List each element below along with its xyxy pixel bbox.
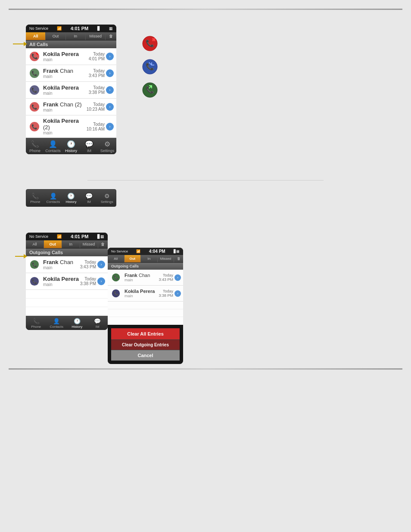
clear-all-btn[interactable]: Clear All Entries (111, 328, 180, 340)
call-icon-2-2: 📞 (28, 275, 40, 287)
tab-missed-1[interactable]: Missed (86, 32, 106, 40)
detail-btn-1[interactable]: › (106, 53, 114, 60)
tab-out-3[interactable]: Out (125, 255, 141, 262)
call-item-4: 📞 Frank Chan (2) main Today10:23 AM › (26, 99, 116, 115)
svg-text:📞: 📞 (114, 275, 119, 280)
nav-history-standalone[interactable]: 🕐 History (62, 191, 80, 205)
call-time-3: Today3:38 PM › (89, 85, 114, 95)
call-time-2-2: Today3:38 PM › (80, 277, 105, 286)
nav-contacts-standalone[interactable]: 👤 Contacts (44, 191, 62, 205)
call-icon-3-2: 📞 (110, 287, 122, 299)
detail-btn-2-2[interactable]: › (97, 277, 105, 285)
tab-out-2[interactable]: Out (44, 240, 62, 248)
tab-in-1[interactable]: In (66, 32, 86, 40)
nav-phone-standalone[interactable]: 📞 Phone (26, 191, 44, 205)
tab-all-1[interactable]: All (26, 32, 46, 40)
tab-trash-3[interactable]: 🗑 (174, 255, 183, 262)
call-sub-4: main (43, 108, 87, 112)
detail-btn-4[interactable]: › (106, 103, 114, 111)
nav-history-2[interactable]: 🕐 History (67, 318, 87, 329)
wifi-3: 📶 (136, 249, 140, 253)
nav-history-1[interactable]: 🕐 History (62, 140, 80, 153)
svg-text:📞: 📞 (31, 87, 37, 93)
call-list-1: 📞 Kokila Perera main Today4:01 PM › (26, 48, 116, 138)
nav-contacts-label-1: Contacts (45, 149, 61, 153)
section-header-3: Outgoing Calls (108, 263, 183, 270)
service-3: No Service (111, 249, 128, 253)
time-text-2-1: Today3:43 PM (80, 260, 96, 269)
screen2: No Service 📶 4:01 PM ▊▦ All Out In Misse… (26, 233, 108, 330)
im-icon-standalone: 💬 (85, 193, 93, 199)
im-nav-icon-1: 💬 (85, 140, 93, 148)
nav-contacts-2[interactable]: 👤 Contacts (47, 318, 67, 329)
tab-trash-2[interactable]: 🗑 (98, 240, 108, 248)
tab-all-3[interactable]: All (108, 255, 125, 262)
detail-btn-5[interactable]: › (106, 123, 114, 131)
call-icon-4: 📞 (28, 101, 40, 113)
wifi-icon-1: 📶 (57, 26, 62, 31)
time-3: 4:04 PM (149, 249, 165, 254)
legend-wrapper: 📞 📞 📞 (142, 36, 158, 98)
history-label-standalone: History (66, 200, 77, 204)
tab-trash-1[interactable]: 🗑 (106, 32, 116, 40)
nav-im-2[interactable]: 💬 IM (87, 318, 108, 329)
tab-missed-3[interactable]: Missed (158, 255, 174, 262)
call-info-2-1: Frank Chan main (43, 259, 80, 270)
nav-phone-label-1: Phone (29, 149, 40, 153)
phone-icon-2: 📞 (33, 318, 40, 324)
call-time-text-1: Today4:01 PM (89, 52, 105, 61)
battery-icon-1: ▊ (97, 26, 100, 31)
time-2: 4:01 PM (71, 234, 89, 239)
status-bar-3: No Service 📶 4:04 PM ▊▦ (108, 248, 183, 255)
nav-phone-2[interactable]: 📞 Phone (26, 318, 47, 329)
im-label-standalone: IM (87, 200, 91, 204)
tab-in-3[interactable]: In (141, 255, 158, 262)
tab-missed-2[interactable]: Missed (80, 240, 98, 248)
screen1-wrapper: No Service 📶 4:01 PM ▊ ▦ All Out In Miss… (26, 23, 116, 154)
detail-btn-3-1[interactable]: › (174, 274, 181, 281)
nav-settings-1[interactable]: ⚙ Settings (98, 140, 116, 153)
detail-btn-2-1[interactable]: › (97, 261, 105, 268)
tab-out-1[interactable]: Out (46, 32, 65, 40)
call-sub-1: main (43, 57, 89, 62)
detail-btn-3[interactable]: › (106, 86, 114, 94)
call-sub-3: main (43, 91, 89, 96)
page-container: No Service 📶 4:01 PM ▊ ▦ All Out In Miss… (0, 0, 411, 532)
section-divider (87, 180, 324, 180)
empty-row-2 (26, 299, 108, 307)
nav-bar-standalone-area: 📞 Phone 👤 Contacts 🕐 History 💬 IM ⚙ Sett… (9, 189, 402, 233)
empty-row-1 (26, 290, 108, 299)
svg-text:📞: 📞 (31, 104, 37, 110)
nav-phone-1[interactable]: 📞 Phone (26, 140, 44, 153)
contacts-nav-icon-1: 👤 (49, 140, 57, 148)
svg-text:📞: 📞 (32, 262, 37, 268)
call-time-4: Today10:23 AM › (87, 102, 114, 112)
nav-settings-label-1: Settings (100, 149, 115, 153)
nav-im-standalone[interactable]: 💬 IM (80, 191, 98, 205)
detail-btn-2[interactable]: › (106, 69, 114, 77)
clear-outgoing-btn[interactable]: Clear Outgoing Entries (111, 340, 180, 350)
nav-contacts-1[interactable]: 👤 Contacts (44, 140, 62, 153)
tab-all-2[interactable]: All (26, 240, 44, 248)
call-item-3-1: 📞 Frank Chan main Today3:43 PM › (108, 270, 183, 286)
call-icon-3: 📞 (28, 84, 40, 96)
call-info-3: Kokila Perera main (43, 84, 89, 96)
tab-in-2[interactable]: In (62, 240, 80, 248)
svg-text:📞: 📞 (32, 279, 37, 284)
tab-bar-1: All Out In Missed 🗑 (26, 32, 116, 40)
empty-3-3 (108, 317, 183, 325)
call-item-5: 📞 Kokila Perera (2) main Today10:16 AM › (26, 115, 116, 138)
svg-text:📞: 📞 (114, 291, 119, 296)
nav-bar-1: 📞 Phone 👤 Contacts 🕐 History 💬 IM (26, 138, 116, 154)
nav-im-1[interactable]: 💬 IM (80, 140, 98, 153)
empty-3-1 (108, 302, 183, 309)
call-info-4: Frank Chan (2) main (43, 101, 87, 112)
nav-settings-standalone[interactable]: ⚙ Settings (98, 191, 116, 205)
call-item-1: 📞 Kokila Perera main Today4:01 PM › (26, 48, 116, 65)
contacts-label-2: Contacts (50, 325, 63, 329)
detail-btn-3-2[interactable]: › (174, 290, 181, 297)
cancel-btn[interactable]: Cancel (111, 350, 180, 361)
bottom-divider (9, 368, 402, 370)
settings-nav-icon-1: ⚙ (104, 140, 110, 148)
nav-im-label-1: IM (87, 149, 91, 153)
